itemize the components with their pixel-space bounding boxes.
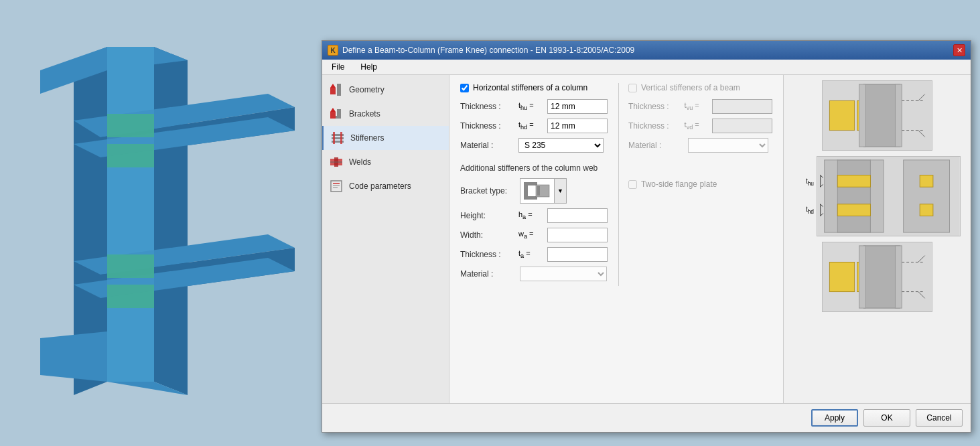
thickness-vd-input[interactable] xyxy=(712,119,772,133)
height-input[interactable] xyxy=(547,208,608,223)
thd-label: thd xyxy=(794,206,814,215)
material-add-row: Material : S 235 xyxy=(460,267,608,281)
welds-icon xyxy=(329,155,344,169)
vertical-stiffeners-checkbox[interactable] xyxy=(628,84,637,92)
svg-rect-47 xyxy=(895,84,902,147)
code-params-icon xyxy=(329,179,344,194)
dialog-titlebar: K Define a Beam-to-Column (Frame Knee) c… xyxy=(322,41,971,60)
svg-rect-56 xyxy=(837,175,870,188)
svg-rect-39 xyxy=(524,196,537,200)
bracket-dropdown-arrow[interactable]: ▼ xyxy=(554,179,566,203)
svg-rect-57 xyxy=(837,204,870,216)
height-row: Height: ha = xyxy=(460,208,608,223)
beam-illustration xyxy=(20,33,301,408)
sidebar-item-geometry[interactable]: Geometry xyxy=(322,78,449,102)
svg-rect-59 xyxy=(920,175,933,188)
svg-marker-2 xyxy=(40,331,107,382)
sidebar: Geometry Brackets xyxy=(322,75,449,403)
app-icon: K xyxy=(328,45,338,56)
svg-rect-20 xyxy=(337,84,341,96)
bracket-type-row: Bracket type: xyxy=(460,178,608,204)
sidebar-item-stiffeners[interactable]: Stiffeners xyxy=(322,126,449,150)
width-input[interactable] xyxy=(547,228,608,242)
thickness-hu-formula: thu = xyxy=(518,101,545,111)
sidebar-item-code-parameters[interactable]: Code parameters xyxy=(322,174,449,198)
dialog-window: K Define a Beam-to-Column (Frame Knee) c… xyxy=(322,40,971,433)
svg-rect-43 xyxy=(829,100,854,130)
material-vert-row: Material : xyxy=(628,138,772,153)
thickness-vu-formula: tvu = xyxy=(685,101,709,111)
preview-middle-wrapper: thu thd xyxy=(794,156,961,236)
svg-marker-3 xyxy=(154,47,188,395)
svg-rect-24 xyxy=(336,116,341,119)
bracket-type-button[interactable]: ▼ xyxy=(520,178,567,204)
thickness-vu-input[interactable] xyxy=(712,99,772,114)
svg-marker-22 xyxy=(330,108,336,112)
sidebar-label-welds: Welds xyxy=(349,157,371,167)
height-formula: ha = xyxy=(518,210,545,220)
width-row: Width: wa = xyxy=(460,228,608,242)
horizontal-stiffeners-section-header: Horizontal stiffeners of a column xyxy=(460,83,608,92)
svg-rect-18 xyxy=(330,88,336,94)
material-vert-label: Material : xyxy=(628,141,685,150)
thickness-vd-label: Thickness : xyxy=(628,121,682,131)
dialog-footer: Apply OK Cancel xyxy=(322,403,971,432)
thickness-hd-row: Thickness : thd = xyxy=(460,119,608,133)
brackets-icon xyxy=(329,106,344,121)
thickness-hd-formula: thd = xyxy=(518,121,545,131)
svg-rect-29 xyxy=(340,132,342,144)
stiffeners-icon xyxy=(330,131,345,145)
two-side-label[interactable]: Two-side flange plate xyxy=(641,179,717,189)
cancel-button[interactable]: Cancel xyxy=(916,409,963,427)
svg-rect-60 xyxy=(920,204,933,216)
thickness-add-label: Thickness : xyxy=(460,250,516,259)
svg-rect-55 xyxy=(870,160,884,232)
main-content: Horizontal stiffeners of a column Thickn… xyxy=(449,75,783,403)
dialog-title: Define a Beam-to-Column (Frame Knee) con… xyxy=(342,46,634,55)
svg-rect-33 xyxy=(331,181,342,192)
thickness-hu-input[interactable] xyxy=(547,99,608,114)
right-panel: Vertical stiffeners of a beam Thickness … xyxy=(618,83,772,286)
material-horiz-select[interactable]: S 235 S 275 S 355 xyxy=(518,138,604,153)
additional-stiffeners-section: Additional stiffeners of the column web … xyxy=(460,163,608,281)
material-add-label: Material : xyxy=(460,269,517,279)
svg-marker-19 xyxy=(330,84,336,88)
svg-rect-45 xyxy=(863,84,900,147)
thickness-add-formula: ta = xyxy=(518,249,545,259)
width-label: Width: xyxy=(460,230,516,240)
bracket-type-icon xyxy=(522,179,552,202)
menu-file[interactable]: File xyxy=(328,61,348,73)
thickness-vd-formula: tvd = xyxy=(685,121,709,131)
two-side-checkbox[interactable] xyxy=(628,180,637,189)
preview-middle xyxy=(817,156,961,236)
ok-button[interactable]: OK xyxy=(863,409,910,427)
thickness-hd-input[interactable] xyxy=(547,119,608,133)
close-button[interactable]: ✕ xyxy=(953,44,965,56)
material-add-select[interactable]: S 235 xyxy=(520,267,607,281)
svg-rect-70 xyxy=(863,246,900,308)
svg-rect-72 xyxy=(895,246,902,308)
svg-rect-71 xyxy=(859,246,866,308)
sidebar-label-code-parameters: Code parameters xyxy=(349,181,411,191)
menu-help[interactable]: Help xyxy=(356,61,381,73)
sidebar-label-brackets: Brackets xyxy=(349,109,380,119)
thickness-add-input[interactable] xyxy=(547,247,608,262)
horizontal-stiffeners-label[interactable]: Horizontal stiffeners of a column xyxy=(473,83,587,92)
thickness-hu-row: Thickness : thu = xyxy=(460,99,608,114)
bracket-icon-area xyxy=(520,179,554,203)
svg-rect-21 xyxy=(330,112,336,119)
svg-rect-17 xyxy=(107,47,154,382)
preview-labels: thu thd xyxy=(794,177,814,215)
sidebar-item-welds[interactable]: Welds xyxy=(322,150,449,174)
sidebar-label-geometry: Geometry xyxy=(349,85,384,94)
preview-area: thu thd xyxy=(783,75,971,403)
left-panel: Horizontal stiffeners of a column Thickn… xyxy=(460,83,608,286)
preview-top xyxy=(822,80,932,151)
apply-button[interactable]: Apply xyxy=(811,409,858,427)
material-vert-select[interactable] xyxy=(688,138,768,153)
sidebar-item-brackets[interactable]: Brackets xyxy=(322,102,449,126)
preview-bottom xyxy=(822,242,932,312)
panels-row: Horizontal stiffeners of a column Thickn… xyxy=(460,83,772,286)
vertical-stiffeners-label[interactable]: Vertical stiffeners of a beam xyxy=(641,83,740,92)
horizontal-stiffeners-checkbox[interactable] xyxy=(460,84,469,92)
